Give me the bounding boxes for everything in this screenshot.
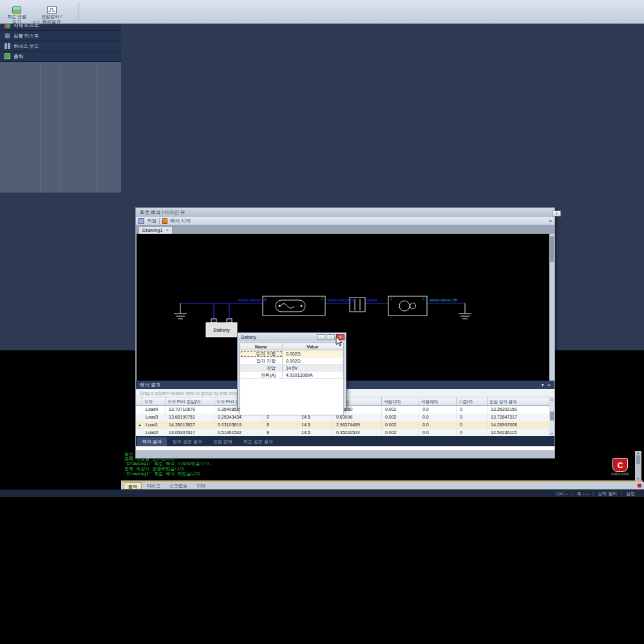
cadvizor-logo-text: CADVIZOR <box>608 473 632 476</box>
tab-close-icon[interactable]: × <box>166 227 169 233</box>
sidebar-item-harness-board[interactable]: 하네스 보드 <box>0 41 121 52</box>
battery-label: Battery <box>213 327 229 333</box>
battery-dialog-title: Battery <box>238 334 256 340</box>
console-tab-output[interactable]: 출력 <box>124 482 142 489</box>
battery-table-empty-area <box>240 379 343 415</box>
dialog-maximize-button[interactable]: □ <box>327 334 335 340</box>
tab-drawing1[interactable]: Drawing1 × <box>138 226 173 234</box>
pin-label: 2 <box>422 297 424 301</box>
result-row-load1-selected[interactable]: ▸ Load114.35013827 0.031038198 14.52.963… <box>136 421 549 429</box>
console-tab-script[interactable]: 스크립트 <box>166 482 191 489</box>
status-settings[interactable]: 설정 <box>626 490 635 497</box>
status-selection-filter[interactable]: 선택 필터 <box>598 490 617 497</box>
battery-row-ground-resistance[interactable]: 접지 저항 0.002Ω <box>240 357 343 365</box>
document-tabstrip: Drawing1 × <box>136 225 554 234</box>
sidebar-item-label: 출력 <box>14 52 23 62</box>
wire-label: W002 AWG0.5B <box>327 298 355 302</box>
lamp-component[interactable]: 1 2 <box>388 296 427 316</box>
dialog-minimize-button[interactable]: – <box>317 334 325 340</box>
battery-row-terminal-resistance[interactable]: 단자 저항 0.002Ω <box>240 350 343 357</box>
canvas-scrollbar[interactable] <box>549 234 554 381</box>
results-title: 해석 결과 <box>136 382 160 388</box>
wire-label: W001 AWG0.5B <box>238 298 266 302</box>
document-toolbar: 저장 해석 시작 ≡ <box>136 217 554 225</box>
battery-dialog-titlebar[interactable]: Battery – □ × <box>238 333 346 341</box>
console-tabstrip: 출력 디버그 스크립트 기타 <box>121 482 644 489</box>
status-height: 폭 – – <box>577 490 589 497</box>
tab-power-distribution[interactable]: 전원 분배 <box>208 437 238 446</box>
circuit-view-button[interactable]: 회로 연결 보기 <box>2 1 32 20</box>
symbol-list-icon <box>5 33 10 39</box>
ribbon-separator <box>79 2 79 20</box>
ground-symbol-right <box>459 303 471 319</box>
pin-label: 1 <box>390 297 392 301</box>
circuit-view-icon <box>12 6 21 14</box>
console-tab-debug[interactable]: 디버그 <box>143 482 164 489</box>
wire-label: W003 <box>367 298 377 302</box>
col-pin1-voltage[interactable]: 부하 Pin1 전압(V) <box>166 397 214 406</box>
col-resistance1[interactable]: 저항1(Ω) <box>382 397 419 406</box>
battery-row-voltage[interactable]: 전압 14.5V <box>240 365 343 372</box>
ribbon-group-label: 회로 해석 <box>5 20 77 26</box>
voltage-drop-button[interactable]: 전압강하 / 해석결과 <box>34 1 69 20</box>
save-button[interactable]: 저장 <box>147 218 156 224</box>
results-close-icon[interactable]: × <box>548 382 551 388</box>
tab-analysis-results[interactable]: 해석 결과 <box>137 437 167 446</box>
sidebar-item-label: 하네스 보드 <box>14 41 39 52</box>
mouse-cursor <box>336 337 343 347</box>
battery-table-header: Name Value <box>240 343 343 350</box>
pin-icon[interactable]: ▾ <box>542 382 544 388</box>
ribbon: 회로 연결 보기 전압강하 / 해석결과 회로 해석 <box>0 0 644 24</box>
document-titlebar[interactable]: 회로 해석 / 디자인 뷰 – □ × <box>136 208 554 217</box>
battery-dialog: Battery – □ × Name Value 단자 저항 0.002Ω 접지… <box>237 332 346 409</box>
cadvizor-shield-icon: C <box>612 458 628 472</box>
cadvizor-logo: C CADVIZOR <box>608 458 632 480</box>
doc-close-button[interactable]: × <box>553 211 561 216</box>
document-title: 회로 해석 / 디자인 뷰 <box>136 209 185 215</box>
sidebar-item-symbol-list[interactable]: 심볼 리스트 <box>0 31 121 41</box>
waveform-icon <box>47 6 57 14</box>
toolbar-overflow-icon[interactable]: ≡ <box>549 218 552 224</box>
tab-static-verification[interactable]: 정적 검증 결과 <box>167 437 207 446</box>
statusbar: 너비 –| 폭 – –| 선택 필터| 설정 <box>0 489 644 497</box>
run-analysis-icon <box>162 218 167 224</box>
fuse-component[interactable]: 1 2 <box>263 296 325 316</box>
battery-property-table: Name Value 단자 저항 0.002Ω 접지 저항 0.002Ω 전압 … <box>240 343 344 415</box>
status-width: 너비 – <box>555 490 568 497</box>
col-reference[interactable]: 기준(V) <box>457 397 488 406</box>
row-marker-icon: ▸ <box>136 421 142 429</box>
col-value[interactable]: Value <box>283 343 343 350</box>
results-tabstrip: 해석 결과 정적 검증 결과 전원 분배 회로 검증 결과 <box>136 436 554 446</box>
results-scrollbar[interactable]: ▲ ▼ <box>549 397 554 436</box>
tab-circuit-verification[interactable]: 회로 검증 결과 <box>238 437 278 446</box>
col-name[interactable]: Name <box>240 343 283 350</box>
output-nav-icon <box>5 53 10 59</box>
sidebar-item-label: 심볼 리스트 <box>14 31 39 41</box>
results-header-icons: ▾ × <box>542 381 551 389</box>
wire-label: W004 AWG0.5B <box>430 298 457 302</box>
pin-label: 2 <box>321 297 323 301</box>
console-line: 'Drawing1' 회로 해석 되었습니다. <box>124 471 203 477</box>
save-icon <box>138 218 144 224</box>
col-voltage-drop[interactable]: 전압 강하 결과 <box>488 397 549 406</box>
harness-board-icon <box>5 43 10 49</box>
tab-drawing1-label: Drawing1 <box>142 227 163 233</box>
battery-terminal <box>227 319 232 323</box>
col-resistance2[interactable]: 저항2(Ω) <box>419 397 457 406</box>
notification-icon[interactable] <box>638 484 641 488</box>
battery-terminal <box>211 319 216 323</box>
col-gutter <box>136 397 142 406</box>
ground-symbol-left <box>174 303 187 319</box>
col-load[interactable]: 부하 <box>142 397 166 406</box>
sidebar-item-output[interactable]: 출력 <box>0 52 121 62</box>
console-scrollbar[interactable]: ▲ ▼ <box>635 451 641 480</box>
battery-row-current[interactable]: 전류(A) 4.91013089A <box>240 372 343 379</box>
run-analysis-button[interactable]: 해석 시작 <box>170 218 191 224</box>
console-tab-etc[interactable]: 기타 <box>193 482 209 489</box>
